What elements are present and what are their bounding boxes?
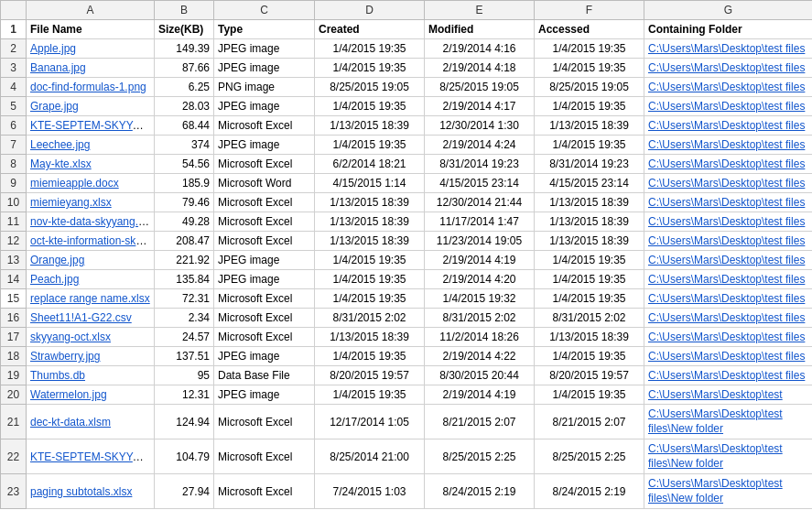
table-row: 13Orange.jpg221.92JPEG image1/4/2015 19:… <box>1 251 813 270</box>
cell-filename[interactable]: Leechee.jpg <box>27 136 155 155</box>
cell-modified: 2/19/2014 4:19 <box>425 251 535 270</box>
cell-size: 185.9 <box>155 174 214 193</box>
cell-modified: 8/25/2015 2:25 <box>425 439 535 474</box>
cell-accessed: 1/4/2015 19:35 <box>535 59 644 78</box>
row-number: 7 <box>1 136 27 155</box>
cell-filename[interactable]: miemieapple.docx <box>27 174 155 193</box>
cell-accessed: 1/4/2015 19:35 <box>535 289 644 309</box>
row-number: 10 <box>1 193 27 212</box>
cell-accessed: 8/25/2015 19:05 <box>535 78 644 97</box>
col-header-g[interactable]: G <box>644 1 813 20</box>
cell-size: 124.94 <box>155 405 214 439</box>
cell-accessed: 1/13/2015 18:39 <box>535 116 644 136</box>
cell-filename[interactable]: Banana.jpg <box>27 59 155 78</box>
cell-filename[interactable]: paging subtotals.xlsx <box>27 474 155 509</box>
cell-modified: 2/19/2014 4:24 <box>425 136 535 155</box>
cell-filename[interactable]: May-kte.xlsx <box>27 155 155 174</box>
table-row: 6KTE-SEPTEM-SKYYANG.xlsx68.44Microsoft E… <box>1 116 813 136</box>
row-number: 2 <box>1 39 27 59</box>
cell-folder: C:\Users\Mars\Desktop\test files <box>644 155 813 174</box>
cell-filename[interactable]: Orange.jpg <box>27 251 155 270</box>
cell-created: 6/2/2014 18:21 <box>315 155 425 174</box>
cell-accessed: 1/4/2015 19:35 <box>535 97 644 116</box>
cell-size: 374 <box>155 136 214 155</box>
col-header-c[interactable]: C <box>214 1 315 20</box>
cell-filename[interactable]: Peach.jpg <box>27 270 155 289</box>
cell-filename[interactable]: oct-kte-information-skyya <box>27 232 155 251</box>
cell-size: 221.92 <box>155 251 214 270</box>
col-header-b[interactable]: B <box>155 1 214 20</box>
row-number: 9 <box>1 174 27 193</box>
col-header-a[interactable]: A <box>27 1 155 20</box>
cell-filename[interactable]: replace range name.xlsx <box>27 289 155 309</box>
row-number: 16 <box>1 309 27 328</box>
cell-filename[interactable]: dec-kt-data.xlsm <box>27 405 155 439</box>
cell-modified: 2/19/2014 4:20 <box>425 270 535 289</box>
cell-size: 2.34 <box>155 309 214 328</box>
cell-filename[interactable]: Apple.jpg <box>27 39 155 59</box>
col-header-e[interactable]: E <box>425 1 535 20</box>
cell-filename[interactable]: Grape.jpg <box>27 97 155 116</box>
cell-created: 1/13/2015 18:39 <box>315 116 425 136</box>
table-row: 7Leechee.jpg374JPEG image1/4/2015 19:352… <box>1 136 813 155</box>
table-row: 22KTE-SEPTEM-SKYYANG.xlsx104.79Microsoft… <box>1 439 813 474</box>
cell-created: 1/13/2015 18:39 <box>315 328 425 347</box>
cell-filename[interactable]: doc-find-formulas-1.png <box>27 78 155 97</box>
cell-type: Microsoft Excel <box>214 328 315 347</box>
cell-filename[interactable]: Watermelon.jpg <box>27 385 155 405</box>
cell-filename[interactable]: KTE-SEPTEM-SKYYANG.xlsx <box>27 439 155 474</box>
table-row: 21dec-kt-data.xlsm124.94Microsoft Excel1… <box>1 405 813 439</box>
cell-type: Microsoft Excel <box>214 289 315 309</box>
cell-type: Microsoft Excel <box>214 439 315 474</box>
row-number: 11 <box>1 212 27 232</box>
cell-created: 4/15/2015 1:14 <box>315 174 425 193</box>
cell-created: 1/4/2015 19:35 <box>315 251 425 270</box>
cell-accessed: 8/25/2015 2:25 <box>535 439 644 474</box>
row-number: 8 <box>1 155 27 174</box>
cell-filename[interactable]: miemieyang.xlsx <box>27 193 155 212</box>
cell-accessed: 1/13/2015 18:39 <box>535 212 644 232</box>
cell-size: 49.28 <box>155 212 214 232</box>
cell-type: Microsoft Excel <box>214 116 315 136</box>
cell-type: Microsoft Excel <box>214 193 315 212</box>
row-number: 21 <box>1 405 27 439</box>
cell-accessed: 1/4/2015 19:35 <box>535 347 644 366</box>
table-row: 23paging subtotals.xlsx27.94Microsoft Ex… <box>1 474 813 509</box>
col-header-d[interactable]: D <box>315 1 425 20</box>
cell-modified: 11/2/2014 18:26 <box>425 328 535 347</box>
row-number: 5 <box>1 97 27 116</box>
cell-created: 1/4/2015 19:35 <box>315 385 425 405</box>
table-row: 15replace range name.xlsx72.31Microsoft … <box>1 289 813 309</box>
cell-accessed: 8/20/2015 19:57 <box>535 366 644 385</box>
cell-filename[interactable]: skyyang-oct.xlsx <box>27 328 155 347</box>
cell-folder: C:\Users\Mars\Desktop\test files <box>644 270 813 289</box>
row-number: 6 <box>1 116 27 136</box>
cell-filename[interactable]: Strawberry.jpg <box>27 347 155 366</box>
cell-created: Created <box>315 20 425 39</box>
cell-filename[interactable]: File Name <box>27 20 155 39</box>
row-number: 4 <box>1 78 27 97</box>
cell-modified: 11/17/2014 1:47 <box>425 212 535 232</box>
cell-size: 54.56 <box>155 155 214 174</box>
cell-modified: 2/19/2014 4:16 <box>425 39 535 59</box>
column-header-row: A B C D E F G <box>1 1 813 20</box>
table-row: 10miemieyang.xlsx79.46Microsoft Excel1/1… <box>1 193 813 212</box>
row-number: 17 <box>1 328 27 347</box>
cell-modified: 8/31/2014 19:23 <box>425 155 535 174</box>
cell-filename[interactable]: KTE-SEPTEM-SKYYANG.xlsx <box>27 116 155 136</box>
cell-filename[interactable]: nov-kte-data-skyyang.xlsx <box>27 212 155 232</box>
cell-created: 1/13/2015 18:39 <box>315 212 425 232</box>
cell-modified: 12/30/2014 1:30 <box>425 116 535 136</box>
table-row: 3Banana.jpg87.66JPEG image1/4/2015 19:35… <box>1 59 813 78</box>
cell-type: PNG image <box>214 78 315 97</box>
table-row: 19Thumbs.db95Data Base File8/20/2015 19:… <box>1 366 813 385</box>
cell-type: JPEG image <box>214 270 315 289</box>
cell-created: 1/4/2015 19:35 <box>315 39 425 59</box>
table-row: 4doc-find-formulas-1.png6.25PNG image8/2… <box>1 78 813 97</box>
row-number: 14 <box>1 270 27 289</box>
cell-size: 79.46 <box>155 193 214 212</box>
cell-folder: C:\Users\Mars\Desktop\test files <box>644 78 813 97</box>
col-header-f[interactable]: F <box>535 1 644 20</box>
cell-filename[interactable]: Thumbs.db <box>27 366 155 385</box>
cell-filename[interactable]: Sheet11!A1-G22.csv <box>27 309 155 328</box>
